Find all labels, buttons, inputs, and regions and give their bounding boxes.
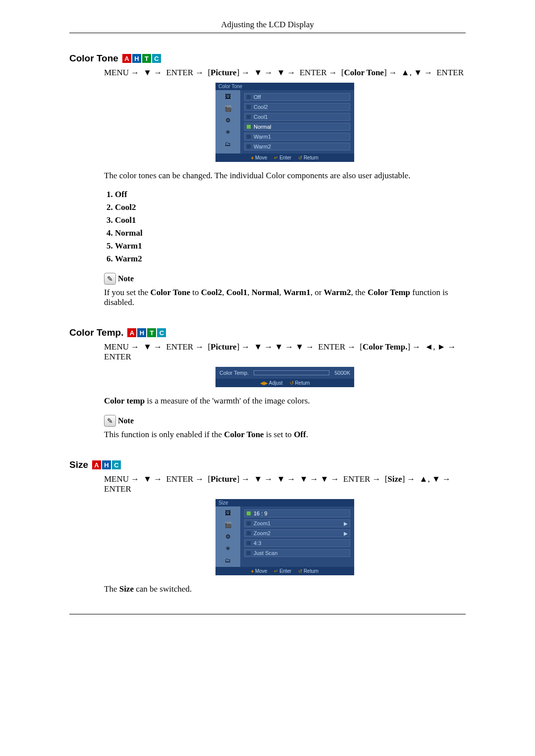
osd-sidebar-picture-icon: 🖼 [223,93,232,100]
note-label: Note [118,274,134,283]
osd-sidebar-multi-icon: 🗂 [223,141,232,148]
osd-ct-label: Color Temp. [219,370,249,376]
osd-sidebar-setup-icon: ⚙ [223,117,232,124]
osd-item-just-scan[interactable]: Just Scan [244,549,350,557]
osd-item-zoom2[interactable]: Zoom2▶ [244,529,350,537]
badge-h-icon: H [102,460,111,469]
section-color-tone: Color Tone A H T C MENU→ ▼→ ENTER→ [Pict… [69,53,466,307]
badge-t-icon: T [147,328,156,337]
badge-h-icon: H [132,54,141,63]
osd-item-normal[interactable]: Normal [244,123,350,131]
color-temp-note-text: This function is only enabled if the Col… [104,430,466,440]
nav-path-size: MENU→ ▼→ ENTER→ [Picture]→ ▼→ ▼→ ▼→▼→ EN… [104,474,466,494]
badge-t-icon: T [142,54,151,63]
color-temp-desc: Color temp is a measure of the 'warmth' … [104,396,466,406]
osd-sidebar-multi-icon: 🗂 [223,557,232,564]
osd-item-4-3[interactable]: 4:3 [244,539,350,547]
osd-foot-return: Return [298,155,319,160]
note-icon: ✎ [104,273,116,285]
heading-color-temp: Color Temp. [69,327,123,338]
note-icon: ✎ [104,415,116,427]
size-desc: The Size can be switched. [104,584,466,594]
list-item: Off [115,190,466,200]
footer-rule [69,614,466,614]
osd-item-cool1[interactable]: Cool1 [244,113,350,121]
section-color-temp: Color Temp. A H T C MENU→ ▼→ ENTER→ [Pic… [69,327,466,440]
osd-item-cool2[interactable]: Cool2 [244,103,350,111]
badge-c-icon: C [157,328,166,337]
osd-foot-move: Move [251,568,267,574]
heading-color-tone: Color Tone [69,53,118,64]
list-item: Cool1 [115,215,466,225]
color-tone-list: Off Cool2 Cool1 Normal Warm1 Warm2 [104,190,466,264]
list-item: Warm2 [115,254,466,264]
badge-c-icon: C [152,54,161,63]
heading-size: Size [69,459,88,470]
list-item: Normal [115,228,466,238]
section-size: Size A H C MENU→ ▼→ ENTER→ [Picture]→ ▼→… [69,459,466,594]
badge-a-icon: A [127,328,136,337]
nav-path-color-tone: MENU→ ▼→ ENTER→ [Picture]→ ▼→ ▼→ ENTER→ … [104,68,466,78]
osd-sidebar-setup-icon: ⚙ [223,533,232,540]
osd-foot-return: Return [298,568,319,574]
list-item: Warm1 [115,241,466,251]
osd-foot-enter: Enter [274,155,291,160]
osd-item-16-9[interactable]: 16 : 9 [244,509,350,517]
osd-item-off[interactable]: Off [244,93,350,101]
badge-a-icon: A [122,54,131,63]
osd-item-warm2[interactable]: Warm2 [244,143,350,151]
list-item: Cool2 [115,202,466,212]
color-tone-desc: The color tones can be changed. The indi… [104,171,466,181]
osd-color-temp: Color Temp. 5000K Adjust Return [215,367,354,387]
nav-path-color-temp: MENU→ ▼→ ENTER→ [Picture]→ ▼→▼→▼→ ENTER→… [104,342,466,362]
color-tone-note-text: If you set the Color Tone to Cool2, Cool… [104,288,466,307]
note-label: Note [118,416,134,425]
running-head: Adjusting the LCD Display [69,20,466,33]
osd-title: Color Tone [215,83,354,90]
badge-h-icon: H [137,328,146,337]
osd-title: Size [215,499,354,506]
osd-ct-slider[interactable] [254,370,329,375]
osd-sidebar-option-icon: ✳ [223,129,232,136]
osd-foot-move: Move [251,155,267,160]
osd-foot-enter: Enter [274,568,291,574]
osd-sidebar-option-icon: ✳ [223,545,232,552]
badge-a-icon: A [92,460,101,469]
osd-item-zoom1[interactable]: Zoom1▶ [244,519,350,527]
osd-color-tone: Color Tone 🖼 🎬 ⚙ ✳ 🗂 Off Cool2 Cool1 Nor… [215,83,354,162]
osd-ct-value: 5000K [334,370,350,376]
osd-item-warm1[interactable]: Warm1 [244,133,350,141]
badge-c-icon: C [112,460,121,469]
osd-foot-adjust: Adjust [260,380,283,386]
osd-size: Size 🖼 🎬 ⚙ ✳ 🗂 16 : 9 Zoom1▶ Zoom2▶ 4:3 [215,499,354,575]
osd-foot-return: Return [290,380,310,386]
osd-sidebar-input-icon: 🎬 [223,521,232,528]
osd-sidebar-picture-icon: 🖼 [223,509,232,516]
osd-sidebar-input-icon: 🎬 [223,105,232,112]
